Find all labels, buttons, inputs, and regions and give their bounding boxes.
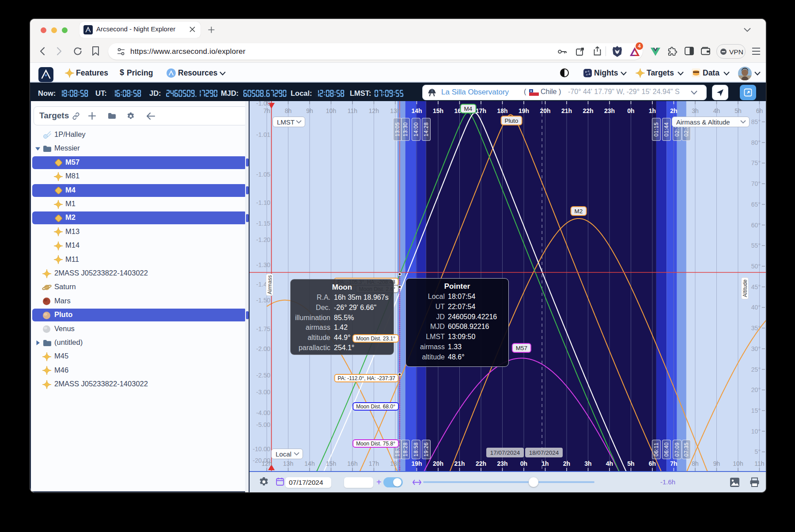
svg-text:-1.01: -1.01 — [256, 131, 270, 138]
svg-text:-1.30: -1.30 — [256, 261, 270, 268]
svg-text:23h: 23h — [604, 107, 615, 114]
svg-text:-1.00: -1.00 — [256, 101, 270, 107]
svg-text:18h: 18h — [497, 107, 507, 114]
svg-text:3h: 3h — [584, 460, 591, 467]
svg-text:8h: 8h — [692, 460, 699, 467]
svg-text:75°: 75° — [751, 159, 761, 166]
svg-text:15h: 15h — [433, 107, 443, 114]
svg-text:5h: 5h — [627, 460, 634, 467]
svg-text:25°: 25° — [751, 366, 761, 373]
svg-text:0h: 0h — [627, 107, 634, 114]
svg-text:22h: 22h — [476, 460, 486, 467]
svg-text:-20.00: -20.00 — [253, 457, 270, 464]
svg-text:4h: 4h — [713, 107, 720, 114]
svg-text:65°: 65° — [751, 201, 761, 208]
svg-text:11h: 11h — [754, 460, 764, 467]
svg-text:5h: 5h — [734, 107, 742, 114]
svg-text:21h: 21h — [561, 107, 572, 114]
svg-text:2h: 2h — [563, 460, 570, 467]
svg-text:6h: 6h — [649, 460, 656, 467]
svg-text:10°: 10° — [751, 428, 761, 435]
svg-text:12h: 12h — [369, 107, 379, 114]
svg-text:-10.00: -10.00 — [253, 445, 270, 453]
svg-text:17h: 17h — [476, 107, 486, 114]
svg-text:13h: 13h — [283, 460, 293, 467]
svg-text:-1.75: -1.75 — [256, 325, 270, 332]
svg-text:10h: 10h — [733, 460, 743, 467]
svg-text:-1.10: -1.10 — [256, 199, 270, 206]
svg-text:1h: 1h — [541, 460, 549, 467]
svg-text:85°: 85° — [751, 118, 761, 125]
svg-text:0h: 0h — [520, 460, 527, 467]
svg-text:-1.05: -1.05 — [256, 171, 270, 178]
svg-text:9h: 9h — [713, 460, 720, 467]
svg-text:22h: 22h — [583, 107, 593, 114]
svg-text:45°: 45° — [751, 283, 761, 291]
svg-text:60°: 60° — [751, 222, 761, 229]
svg-text:40°: 40° — [751, 304, 761, 311]
svg-text:-5.00: -5.00 — [256, 421, 270, 428]
svg-text:35°: 35° — [751, 324, 761, 332]
svg-text:18h: 18h — [390, 460, 400, 467]
svg-text:19h: 19h — [519, 107, 529, 114]
svg-text:20h: 20h — [540, 107, 550, 114]
svg-text:4h: 4h — [606, 460, 613, 467]
svg-text:15h: 15h — [326, 460, 336, 467]
svg-text:5°: 5° — [755, 448, 761, 455]
svg-text:-1.50: -1.50 — [256, 297, 270, 304]
svg-text:-1.15: -1.15 — [256, 220, 270, 227]
svg-text:10h: 10h — [326, 107, 336, 114]
svg-text:7h: 7h — [670, 460, 677, 467]
svg-text:15°: 15° — [751, 407, 761, 414]
svg-text:8h: 8h — [285, 107, 292, 114]
svg-text:21h: 21h — [454, 460, 465, 467]
svg-text:14h: 14h — [304, 460, 314, 467]
svg-text:-3.00: -3.00 — [256, 389, 270, 396]
svg-text:7h: 7h — [263, 107, 270, 114]
svg-text:-2.50: -2.50 — [256, 372, 270, 379]
svg-text:55°: 55° — [751, 242, 761, 249]
svg-text:13h: 13h — [390, 107, 400, 114]
svg-text:17h: 17h — [369, 460, 379, 467]
svg-text:14h: 14h — [411, 107, 422, 114]
svg-text:50°: 50° — [751, 263, 761, 270]
svg-text:1h: 1h — [649, 107, 656, 114]
svg-text:19h: 19h — [411, 460, 422, 467]
svg-text:-4.00: -4.00 — [256, 409, 270, 416]
svg-text:16h: 16h — [347, 460, 357, 467]
svg-text:6h: 6h — [756, 107, 763, 114]
svg-text:11h: 11h — [348, 107, 357, 114]
svg-text:20h: 20h — [433, 460, 443, 467]
svg-text:70°: 70° — [751, 180, 761, 187]
svg-text:20°: 20° — [751, 386, 761, 393]
svg-text:9h: 9h — [306, 107, 313, 114]
svg-text:23h: 23h — [497, 460, 507, 467]
svg-text:80°: 80° — [751, 139, 761, 146]
svg-text:3h: 3h — [692, 107, 699, 114]
svg-text:-1.20: -1.20 — [256, 236, 270, 243]
svg-text:-2.00: -2.00 — [256, 345, 270, 352]
svg-text:2h: 2h — [670, 107, 677, 114]
svg-text:30°: 30° — [751, 345, 761, 352]
